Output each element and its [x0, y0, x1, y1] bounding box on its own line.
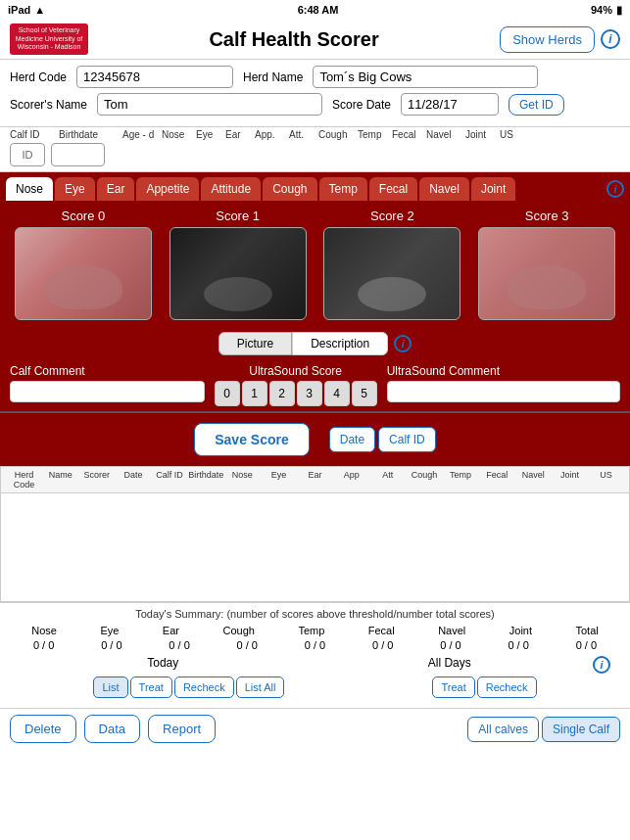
th-navel: Navel — [515, 470, 552, 490]
app-header: School of Veterinary Medicine University… — [0, 20, 630, 60]
sum-label-navel: Navel — [438, 625, 465, 636]
scorer-row: Scorer's Name Score Date Get ID — [10, 93, 620, 116]
tab-temp[interactable]: Temp — [319, 177, 367, 201]
calf-id-box[interactable]: ID — [10, 143, 45, 166]
today-listall-button[interactable]: List All — [236, 677, 285, 698]
tab-ear[interactable]: Ear — [97, 177, 135, 201]
calf-id-row: ID — [10, 143, 620, 169]
herd-name-input[interactable] — [313, 66, 538, 88]
battery-icon: ▮ — [616, 4, 622, 17]
ultrasound-comment-input[interactable] — [387, 381, 620, 402]
today-list-button[interactable]: List — [93, 677, 127, 698]
tab-attitude[interactable]: Attitude — [201, 177, 261, 201]
score-2-image[interactable] — [323, 227, 460, 320]
sort-buttons: Date Calf ID — [329, 427, 436, 452]
calf-comment-label: Calf Comment — [10, 364, 205, 378]
wifi-icon: ▲ — [34, 4, 45, 16]
col-att: Att. — [289, 129, 318, 140]
us-btn-1[interactable]: 1 — [242, 381, 267, 406]
get-id-button[interactable]: Get ID — [509, 94, 564, 116]
sort-calfid-button[interactable]: Calf ID — [378, 427, 436, 452]
all-calves-button[interactable]: All calves — [467, 717, 539, 742]
scores-area: Score 0 Score 1 Score 2 Score 3 — [0, 201, 630, 328]
alldays-treat-button[interactable]: Treat — [432, 677, 474, 698]
col-us: US — [500, 129, 524, 140]
report-button[interactable]: Report — [148, 715, 216, 743]
sum-val-total: 0 / 0 — [576, 639, 597, 651]
herd-code-input[interactable] — [76, 66, 233, 88]
logo-text: School of Veterinary Medicine University… — [10, 26, 88, 51]
score-col-2: Score 2 — [319, 209, 466, 320]
tab-nose[interactable]: Nose — [6, 177, 53, 201]
score-col-3: Score 3 — [473, 209, 620, 320]
us-btn-5[interactable]: 5 — [352, 381, 377, 406]
th-us: US — [588, 470, 624, 490]
picture-description-toggle: Picture Description — [218, 332, 388, 355]
herd-code-label: Herd Code — [10, 70, 67, 84]
sum-label-total: Total — [576, 625, 599, 636]
period-row: Today All Days i — [20, 656, 610, 674]
tab-eye[interactable]: Eye — [55, 177, 95, 201]
ultrasound-score-col: UltraSound Score 0 1 2 3 4 5 — [215, 364, 377, 406]
description-toggle-button[interactable]: Description — [292, 332, 388, 355]
toggle-info-icon[interactable]: i — [394, 335, 412, 352]
sum-val-joint: 0 / 0 — [508, 639, 528, 651]
score-date-input[interactable] — [401, 93, 499, 116]
logo: School of Veterinary Medicine University… — [10, 23, 88, 55]
save-score-button[interactable]: Save Score — [194, 423, 310, 456]
th-name: Name — [42, 470, 78, 490]
today-recheck-button[interactable]: Recheck — [174, 677, 234, 698]
score-2-label: Score 2 — [370, 209, 414, 223]
col-app: App. — [255, 129, 289, 140]
tab-fecal[interactable]: Fecal — [369, 177, 417, 201]
tabs-row: Nose Eye Ear Appetite Attitude Cough Tem… — [0, 172, 630, 201]
alldays-recheck-button[interactable]: Recheck — [477, 677, 537, 698]
tab-appetite[interactable]: Appetite — [136, 177, 199, 201]
us-btn-4[interactable]: 4 — [324, 381, 350, 406]
th-fecal: Fecal — [479, 470, 515, 490]
status-bar: iPad ▲ 6:48 AM 94% ▮ — [0, 0, 630, 20]
data-button[interactable]: Data — [84, 715, 140, 743]
score-0-label: Score 0 — [61, 209, 105, 223]
main-content: Nose Eye Ear Appetite Attitude Cough Tem… — [0, 172, 630, 466]
th-eye: Eye — [261, 470, 297, 490]
score-3-label: Score 3 — [525, 209, 569, 223]
th-birthdate: Birthdate — [188, 470, 224, 490]
score-1-image[interactable] — [170, 227, 307, 320]
th-app: App — [333, 470, 369, 490]
calf-comment-input[interactable] — [10, 381, 205, 402]
today-period-btns: List Treat Recheck List All — [93, 677, 284, 698]
tabs-info-icon[interactable]: i — [606, 180, 624, 198]
us-btn-0[interactable]: 0 — [215, 381, 240, 406]
th-date: Date — [115, 470, 151, 490]
scorer-name-input[interactable] — [97, 93, 322, 116]
score-col-1: Score 1 — [165, 209, 312, 320]
calf-toggle-buttons: All calves Single Calf — [467, 717, 620, 742]
tab-cough[interactable]: Cough — [263, 177, 316, 201]
action-btns-row: List Treat Recheck List All Treat Rechec… — [10, 677, 620, 698]
tab-navel[interactable]: Navel — [419, 177, 469, 201]
ultrasound-buttons: 0 1 2 3 4 5 — [215, 381, 377, 406]
sum-val-nose: 0 / 0 — [33, 639, 54, 651]
form-area: Herd Code Herd Name Scorer's Name Score … — [0, 60, 630, 127]
picture-toggle-button[interactable]: Picture — [218, 332, 292, 355]
th-nose: Nose — [224, 470, 261, 490]
score-3-image[interactable] — [478, 227, 615, 320]
single-calf-button[interactable]: Single Calf — [542, 717, 620, 742]
today-label: Today — [147, 656, 178, 670]
summary-info-icon[interactable]: i — [593, 656, 610, 674]
comment-area: Calf Comment UltraSound Score 0 1 2 3 4 … — [0, 359, 630, 411]
sort-date-button[interactable]: Date — [329, 427, 375, 452]
birthdate-box[interactable] — [51, 143, 105, 166]
today-treat-button[interactable]: Treat — [130, 677, 172, 698]
header-info-icon[interactable]: i — [601, 29, 620, 49]
table-body — [1, 493, 629, 601]
herd-row: Herd Code Herd Name — [10, 66, 620, 88]
us-btn-3[interactable]: 3 — [297, 381, 322, 406]
show-herds-button[interactable]: Show Herds — [500, 26, 595, 53]
score-0-image[interactable] — [15, 227, 152, 320]
tab-joint[interactable]: Joint — [471, 177, 515, 201]
toggle-row: Picture Description i — [0, 328, 630, 359]
us-btn-2[interactable]: 2 — [269, 381, 295, 406]
delete-button[interactable]: Delete — [10, 715, 76, 743]
